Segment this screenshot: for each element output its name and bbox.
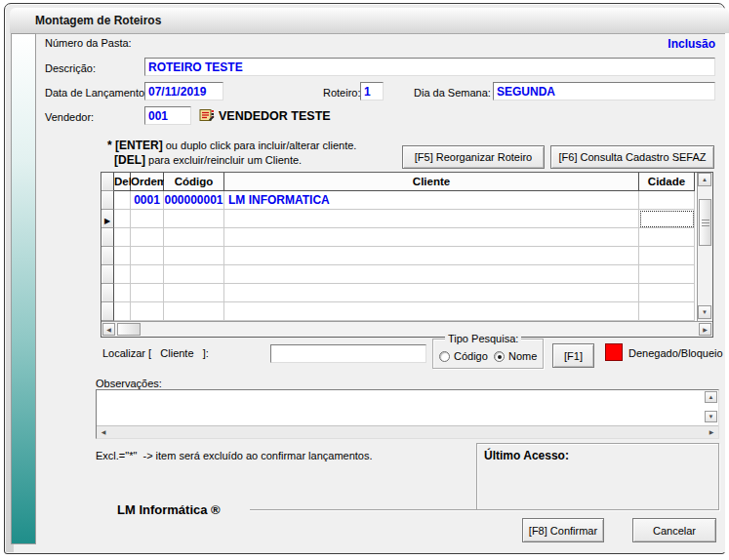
localizar-input[interactable] (270, 344, 426, 363)
grid-hscroll-thumb[interactable] (117, 323, 141, 336)
scroll-right-icon[interactable]: ▶ (699, 323, 711, 336)
cell-cidade-focused[interactable] (639, 210, 695, 228)
row-selector[interactable] (101, 228, 114, 247)
window-titlebar[interactable]: Montagem de Roteiros (10, 8, 729, 33)
cell-del[interactable] (114, 210, 131, 228)
scroll-down-icon[interactable]: ▼ (705, 411, 717, 422)
column-header-cliente[interactable]: Cliente (224, 173, 639, 191)
scroll-right-icon[interactable]: ▶ (706, 426, 717, 437)
row-selector[interactable] (101, 302, 114, 321)
row-selector[interactable] (101, 247, 114, 265)
table-row[interactable] (101, 265, 697, 284)
scroll-left-icon[interactable]: ◀ (102, 323, 115, 336)
cell-codigo[interactable] (164, 247, 224, 265)
window-title: Montagem de Roteiros (35, 14, 161, 27)
scroll-up-icon[interactable]: ▲ (698, 173, 711, 186)
row-selector[interactable] (101, 284, 114, 302)
cell-ordem[interactable] (131, 210, 164, 228)
grid-vertical-scrollbar[interactable]: ▲ ▼ (697, 173, 712, 321)
vendedor-code-input[interactable] (144, 106, 191, 125)
cell-del[interactable] (114, 284, 131, 302)
radio-nome[interactable]: Nome (494, 350, 537, 362)
vendedor-label: Vendedor: (45, 111, 94, 123)
cell-ordem[interactable] (131, 265, 164, 284)
cell-ordem[interactable]: 0001 (131, 191, 164, 210)
column-header-del[interactable]: Del. (114, 173, 131, 191)
vendedor-lookup-icon[interactable] (198, 106, 216, 124)
cell-cliente[interactable] (224, 228, 639, 247)
dia-semana-label: Dia da Semana: (414, 87, 491, 99)
column-header-cidade[interactable]: Cidade (639, 173, 695, 191)
data-lancamento-input[interactable] (144, 82, 223, 100)
table-row[interactable] (101, 302, 697, 321)
cell-del[interactable] (114, 247, 131, 265)
cell-codigo[interactable] (164, 265, 224, 284)
scroll-up-icon[interactable]: ▲ (705, 391, 717, 403)
observacoes-label: Observações: (96, 378, 162, 389)
cell-del[interactable] (114, 265, 131, 284)
cell-cidade[interactable] (639, 228, 695, 247)
cell-cidade[interactable] (639, 191, 695, 210)
cell-cliente[interactable] (224, 284, 639, 302)
current-row-selector[interactable]: ▶ (101, 210, 114, 228)
f6-consulta-cadastro-sefaz-button[interactable]: [F6] Consulta Cadastro SEFAZ (550, 145, 714, 169)
cell-ordem[interactable] (131, 284, 164, 302)
scroll-left-icon[interactable]: ◀ (98, 426, 109, 437)
cell-codigo[interactable]: 000000001 (164, 191, 224, 210)
cell-cidade[interactable] (639, 247, 695, 265)
cell-codigo[interactable] (164, 210, 224, 228)
row-selector[interactable] (101, 265, 114, 284)
radio-circle-icon[interactable] (439, 351, 450, 362)
observacoes-horizontal-scrollbar[interactable]: ◀ ▶ (97, 425, 718, 438)
vendedor-name: VENDEDOR TESTE (219, 109, 331, 123)
cell-cidade[interactable] (639, 302, 695, 321)
f5-reorganizar-roteiro-button[interactable]: [F5] Reorganizar Roteiro (402, 145, 545, 169)
table-row[interactable] (101, 247, 697, 265)
instruction-line-2-text: para excluir/reincluir um Cliente. (145, 154, 302, 166)
cell-cliente[interactable] (224, 247, 639, 265)
f1-button[interactable]: [F1] (552, 343, 594, 368)
denegado-color-swatch (605, 343, 623, 361)
grid-vscroll-thumb[interactable] (699, 199, 711, 246)
cell-cidade[interactable] (639, 284, 695, 302)
cell-ordem[interactable] (131, 247, 164, 265)
cell-cliente[interactable]: LM INFORMATICA (224, 191, 639, 210)
observacoes-textarea[interactable] (98, 391, 705, 424)
ultimo-acesso-frame: Último Acesso: (476, 443, 719, 510)
cell-del[interactable] (114, 228, 131, 247)
cell-del[interactable] (114, 191, 131, 210)
cell-cliente[interactable] (224, 302, 639, 321)
column-header-codigo[interactable]: Código (164, 173, 224, 191)
descricao-input[interactable] (144, 58, 715, 76)
cell-cidade[interactable] (639, 265, 695, 284)
row-selector[interactable] (101, 191, 114, 210)
radio-codigo-label: Código (454, 350, 488, 362)
instruction-line-1-text: ou duplo click para incluir/alterar clie… (163, 140, 357, 151)
radio-circle-checked-icon[interactable] (494, 351, 505, 362)
scroll-down-icon[interactable]: ▼ (698, 305, 711, 319)
observacoes-vertical-scrollbar[interactable]: ▲ ▼ (705, 390, 718, 425)
grid-horizontal-scrollbar[interactable]: ◀ ▶ (101, 321, 712, 337)
table-row-current[interactable]: ▶ (101, 210, 697, 228)
teal-gradient-sidebar (11, 33, 36, 544)
roteiro-input[interactable] (360, 82, 384, 100)
brand-label: LM Informática ® (117, 502, 221, 517)
f8-confirmar-button[interactable]: [F8] Confirmar (522, 518, 604, 542)
table-row[interactable]: 0001 000000001 LM INFORMATICA (101, 191, 697, 210)
cell-del[interactable] (114, 302, 131, 321)
table-row[interactable] (101, 284, 697, 302)
cell-codigo[interactable] (164, 228, 224, 247)
dia-semana-input[interactable] (493, 82, 715, 100)
column-header-ordem[interactable]: Ordem (131, 173, 164, 191)
clients-grid[interactable]: Del. Ordem Código Cliente Cidade 0001 00… (101, 172, 713, 338)
cell-cliente[interactable] (224, 265, 639, 284)
grid-corner-cell (101, 173, 114, 191)
cell-codigo[interactable] (164, 302, 224, 321)
table-row[interactable] (101, 228, 697, 247)
cell-ordem[interactable] (131, 228, 164, 247)
cell-cliente[interactable] (224, 210, 639, 228)
cell-codigo[interactable] (164, 284, 224, 302)
cell-ordem[interactable] (131, 302, 164, 321)
radio-codigo[interactable]: Código (439, 350, 488, 362)
cancelar-button[interactable]: Cancelar (632, 518, 716, 542)
